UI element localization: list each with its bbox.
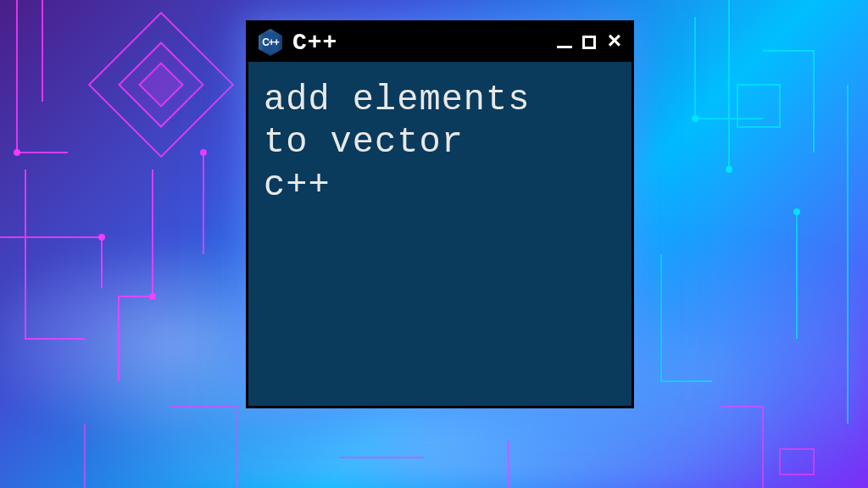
content-line-1: add elements: [264, 79, 616, 121]
content-line-3: c++: [264, 164, 616, 207]
window-content: add elements to vector c++: [248, 62, 632, 224]
titlebar[interactable]: C++ C++ ×: [248, 23, 632, 62]
close-icon[interactable]: ×: [606, 34, 623, 51]
minimize-icon[interactable]: [557, 46, 572, 48]
window-controls: ×: [557, 34, 623, 51]
content-line-2: to vector: [264, 121, 616, 164]
window-title: C++: [292, 30, 548, 56]
cpp-logo-text: C++: [262, 36, 279, 48]
maximize-icon[interactable]: [582, 36, 596, 49]
cpp-logo-icon: C++: [257, 29, 284, 56]
application-window: C++ C++ × add elements to vector c++: [246, 20, 634, 408]
